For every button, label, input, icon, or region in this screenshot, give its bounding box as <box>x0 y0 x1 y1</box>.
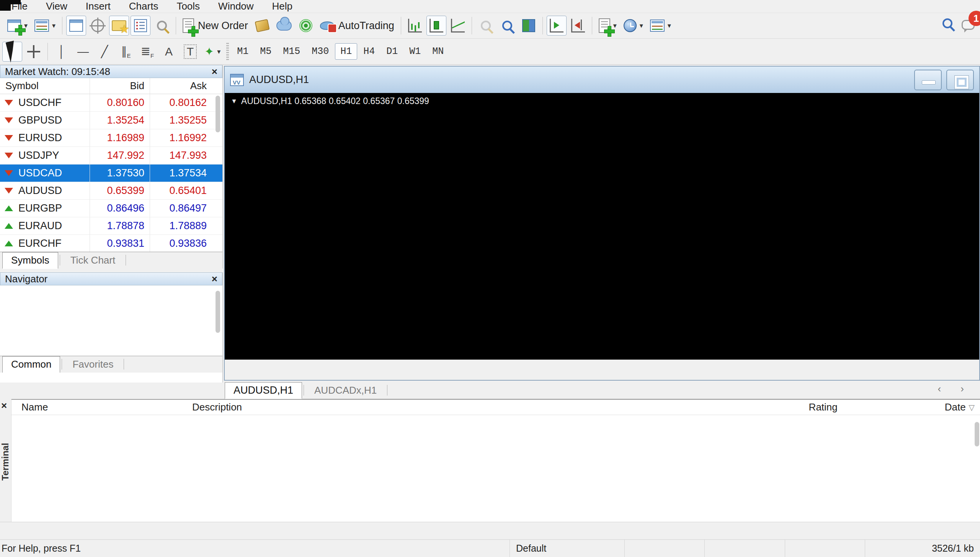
chart-window-titlebar[interactable]: AUDUSD,H1 <box>225 67 979 93</box>
chart-tab-audusd-h1[interactable]: AUDUSD,H1 <box>225 382 302 399</box>
bar-chart-mode-button[interactable] <box>405 16 425 36</box>
navigator-scrollbar[interactable] <box>216 291 220 333</box>
column-bid[interactable]: Bid <box>90 78 150 94</box>
timeframe-m1[interactable]: M1 <box>232 43 254 60</box>
navigator-close-icon[interactable]: × <box>212 273 217 285</box>
market-watch-scrollbar[interactable] <box>216 96 220 132</box>
chart-tab-audcadx-h1[interactable]: AUDCADx,H1 <box>305 382 385 399</box>
timeframe-m30[interactable]: M30 <box>306 43 334 60</box>
trendline-tool-button[interactable]: ╱ <box>95 42 114 62</box>
line-chart-icon <box>451 19 465 33</box>
timeframe-mn[interactable]: MN <box>427 43 449 60</box>
toolbox-toggle-button[interactable] <box>131 16 150 36</box>
tab-divider <box>62 359 62 370</box>
equidistant-channel-tool-button[interactable]: ∥E <box>116 42 136 62</box>
timeframe-m15[interactable]: M15 <box>278 43 305 60</box>
status-empty-cell-3 <box>785 540 865 557</box>
chart-collapse-icon[interactable]: ▼ <box>231 98 237 105</box>
menu-window[interactable]: Window <box>209 0 263 12</box>
column-name[interactable]: Name <box>11 401 188 413</box>
search-icon <box>942 18 952 28</box>
line-chart-mode-button[interactable] <box>448 16 468 36</box>
horizontal-line-tool-button[interactable]: — <box>73 42 93 62</box>
status-connection[interactable]: 3526/1 kb <box>865 540 980 557</box>
notifications-button[interactable]: 1 <box>962 16 978 31</box>
market-watch-close-icon[interactable]: × <box>212 66 217 78</box>
column-symbol[interactable]: Symbol <box>0 78 90 94</box>
new-chart-button[interactable]: ▾ <box>5 16 30 36</box>
bid-cell: 0.86496 <box>90 200 150 217</box>
sort-descending-icon[interactable]: ▽ <box>969 403 975 412</box>
candle-chart-mode-button[interactable] <box>426 16 446 36</box>
chart-shift-button[interactable] <box>568 16 588 36</box>
navigator-tab-favorites[interactable]: Favorites <box>64 356 122 373</box>
vertical-line-tool-button[interactable]: │ <box>52 42 72 62</box>
market-watch-row-usdcad[interactable]: USDCAD1.375301.37534 <box>0 164 222 182</box>
menu-help[interactable]: Help <box>263 0 302 12</box>
auto-scroll-button[interactable] <box>547 16 567 36</box>
market-watch-row-usdchf[interactable]: USDCHF0.801600.80162 <box>0 94 222 112</box>
zoom-out-button[interactable] <box>497 16 517 36</box>
market-watch-titlebar[interactable]: Market Watch: 09:15:48 × <box>0 65 222 78</box>
search-button[interactable] <box>942 18 952 30</box>
menu-charts[interactable]: Charts <box>120 0 168 12</box>
market-watch-toggle-button[interactable] <box>66 16 86 36</box>
status-profile[interactable]: Default <box>510 540 625 557</box>
label-tool-button[interactable]: T <box>180 42 200 62</box>
market-watch-row-usdjpy[interactable]: USDJPY147.992147.993 <box>0 147 222 164</box>
market-watch-tab-symbols[interactable]: Symbols <box>2 252 58 269</box>
navigator-tab-common[interactable]: Common <box>2 356 60 373</box>
cursor-tool-button[interactable] <box>2 42 22 62</box>
chart-restore-button[interactable] <box>946 70 974 90</box>
column-ask[interactable]: Ask <box>150 78 211 94</box>
menu-tools[interactable]: Tools <box>167 0 209 12</box>
shapes-tool-button[interactable]: ✦▾ <box>202 42 223 62</box>
chart-minimize-button[interactable] <box>914 70 942 90</box>
indicators-button[interactable]: ▾ <box>596 16 619 36</box>
profiles-button[interactable]: ▾ <box>32 16 58 36</box>
status-bar: For Help, press F1 Default 3526/1 kb <box>0 539 980 557</box>
status-empty-cell-2 <box>705 540 785 557</box>
column-rating[interactable]: Rating <box>809 401 906 413</box>
market-watch-row-eurchf[interactable]: EURCHF0.938310.93836 <box>0 235 222 252</box>
mql5-community-button[interactable] <box>274 16 294 36</box>
market-watch-row-audusd[interactable]: AUDUSD0.653990.65401 <box>0 182 222 200</box>
strategy-tester-button[interactable] <box>152 16 172 36</box>
crosshair-tool-button[interactable] <box>24 42 44 62</box>
market-button[interactable] <box>252 16 272 36</box>
timeframe-w1[interactable]: W1 <box>404 43 426 60</box>
new-order-button[interactable]: New Order <box>180 16 251 36</box>
autotrading-button[interactable]: AutoTrading <box>317 16 397 36</box>
signals-button[interactable] <box>296 16 316 36</box>
chart-window-title: AUDUSD,H1 <box>249 74 309 86</box>
tab-scroll-arrows[interactable]: ‹ › <box>938 383 972 395</box>
toolbox-scrollbar[interactable] <box>975 422 979 446</box>
templates-button[interactable]: ▾ <box>647 16 674 36</box>
arrow-up-icon <box>5 223 13 229</box>
timeframe-m5[interactable]: M5 <box>255 43 277 60</box>
timeframe-h4[interactable]: H4 <box>358 43 380 60</box>
column-date[interactable]: Date <box>906 401 966 413</box>
market-watch-row-eurgbp[interactable]: EURGBP0.864960.86497 <box>0 200 222 217</box>
market-watch-row-gbpusd[interactable]: GBPUSD1.352541.35255 <box>0 112 222 129</box>
periods-button[interactable]: ▾ <box>621 16 646 36</box>
line-studies-toolbar: │ — ╱ ∥E ≣F A T ✦▾ M1M5M15M30H1H4D1W1MN <box>0 39 980 65</box>
toolbox-close-icon[interactable]: × <box>1 400 7 412</box>
timeframe-h1[interactable]: H1 <box>335 43 357 60</box>
navigator-toggle-button[interactable]: ★ <box>109 16 129 36</box>
market-watch-row-euraud[interactable]: EURAUD1.788781.78889 <box>0 217 222 235</box>
data-window-button[interactable] <box>88 16 108 36</box>
profiles-icon <box>34 20 49 32</box>
text-tool-button[interactable]: A <box>159 42 179 62</box>
timeframe-d1[interactable]: D1 <box>381 43 403 60</box>
market-watch-row-eurusd[interactable]: EURUSD1.169891.16992 <box>0 129 222 147</box>
tile-windows-button[interactable] <box>519 16 539 36</box>
fibonacci-tool-button[interactable]: ≣F <box>137 42 157 62</box>
navigator-titlebar[interactable]: Navigator × <box>0 272 222 285</box>
chart-plot-area[interactable]: ▼ AUDUSD,H1 0.65368 0.65402 0.65367 0.65… <box>225 93 979 360</box>
market-watch-tab-tick-chart[interactable]: Tick Chart <box>62 252 124 269</box>
column-description[interactable]: Description <box>188 401 809 413</box>
menu-view[interactable]: View <box>37 0 77 12</box>
menu-insert[interactable]: Insert <box>77 0 120 12</box>
zoom-in-button[interactable] <box>476 16 496 36</box>
